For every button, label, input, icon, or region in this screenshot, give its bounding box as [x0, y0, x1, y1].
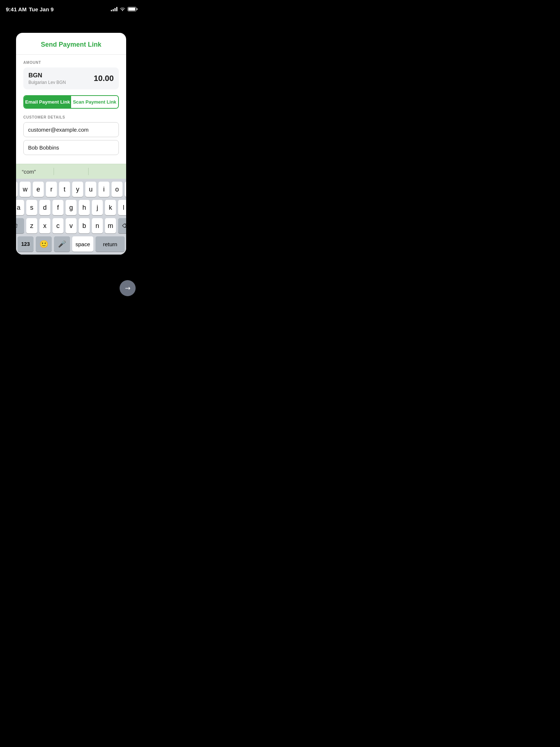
currency-code: BGN	[28, 72, 66, 79]
key-f[interactable]: f	[52, 200, 63, 215]
signal-bar-3	[114, 8, 116, 11]
amount-label: AMOUNT	[23, 61, 119, 65]
key-i[interactable]: i	[98, 182, 109, 197]
key-a[interactable]: a	[16, 200, 24, 215]
signal-bar-2	[113, 9, 114, 11]
key-h[interactable]: h	[79, 200, 90, 215]
battery-icon	[128, 7, 136, 11]
tab-switcher: Email Payment Link Scan Payment Link	[23, 95, 119, 109]
currency-name: Bulgarian Lev BGN	[28, 80, 66, 85]
delete-key[interactable]: ⌫	[118, 218, 126, 233]
modal-header: Send Payment Link	[16, 33, 126, 55]
key-p[interactable]: p	[125, 182, 126, 197]
shift-key[interactable]: ⇧	[16, 218, 24, 233]
key-t[interactable]: t	[59, 182, 70, 197]
amount-value: 10.00	[94, 74, 114, 83]
key-c[interactable]: c	[52, 218, 63, 233]
autocomplete-divider-2	[88, 168, 89, 175]
key-y[interactable]: y	[72, 182, 83, 197]
amount-box: BGN Bulgarian Lev BGN 10.00	[23, 67, 119, 89]
key-n[interactable]: n	[92, 218, 103, 233]
autocomplete-bar[interactable]: “com”	[16, 164, 126, 179]
date: Tue Jan 9	[29, 6, 54, 12]
autocomplete-divider-1	[54, 168, 54, 175]
key-g[interactable]: g	[66, 200, 77, 215]
status-bar: 9:41 AM Tue Jan 9	[0, 0, 142, 16]
numbers-key[interactable]: 123	[18, 236, 34, 252]
modal-title: Send Payment Link	[23, 41, 119, 49]
key-v[interactable]: v	[66, 218, 77, 233]
customer-section: CUSTOMER DETAILS	[23, 115, 119, 158]
customer-details-label: CUSTOMER DETAILS	[23, 115, 119, 119]
key-k[interactable]: k	[105, 200, 116, 215]
keyboard-row-1: q w e r t y u i o p	[18, 182, 125, 197]
fab-icon: ↗	[123, 283, 132, 293]
space-key[interactable]: space	[72, 236, 93, 252]
screen: 9:41 AM Tue Jan 9 S	[0, 0, 142, 308]
modal-card: Send Payment Link AMOUNT BGN Bulgarian L…	[16, 33, 126, 255]
key-m[interactable]: m	[105, 218, 116, 233]
key-x[interactable]: x	[39, 218, 50, 233]
scan-payment-link-tab[interactable]: Scan Payment Link	[71, 96, 118, 108]
key-u[interactable]: u	[85, 182, 96, 197]
key-j[interactable]: j	[92, 200, 103, 215]
modal-body: AMOUNT BGN Bulgarian Lev BGN 10.00 Email…	[16, 55, 126, 164]
key-b[interactable]: b	[79, 218, 90, 233]
key-d[interactable]: d	[39, 200, 50, 215]
status-bar-right	[111, 7, 136, 12]
key-s[interactable]: s	[26, 200, 37, 215]
signal-bar-4	[116, 7, 117, 11]
status-bar-left: 9:41 AM Tue Jan 9	[6, 6, 54, 12]
key-o[interactable]: o	[112, 182, 122, 197]
keyboard-row-bottom: 123 🙂 🎤 space return	[18, 236, 125, 252]
key-r[interactable]: r	[46, 182, 57, 197]
autocomplete-suggestion[interactable]: “com”	[22, 169, 51, 175]
mic-key[interactable]: 🎤	[54, 236, 70, 252]
email-input[interactable]	[23, 122, 119, 137]
wifi-icon	[120, 7, 125, 12]
keyboard-row-3: ⇧ z x c v b n m ⌫	[18, 218, 125, 233]
keyboard-row-2: a s d f g h j k l	[18, 200, 125, 215]
key-l[interactable]: l	[118, 200, 126, 215]
currency-info: BGN Bulgarian Lev BGN	[28, 72, 66, 85]
email-payment-link-tab[interactable]: Email Payment Link	[24, 96, 71, 108]
signal-icon	[111, 7, 117, 11]
signal-bar-1	[111, 10, 112, 11]
key-w[interactable]: w	[20, 182, 31, 197]
time: 9:41 AM	[6, 6, 27, 12]
return-key[interactable]: return	[96, 236, 125, 252]
fab-button[interactable]: ↗	[120, 280, 136, 296]
name-input[interactable]	[23, 140, 119, 155]
key-q[interactable]: q	[16, 182, 18, 197]
keyboard: q w e r t y u i o p a s d f g h j k	[16, 179, 126, 255]
key-z[interactable]: z	[26, 218, 37, 233]
emoji-key[interactable]: 🙂	[36, 236, 52, 252]
key-e[interactable]: e	[33, 182, 44, 197]
